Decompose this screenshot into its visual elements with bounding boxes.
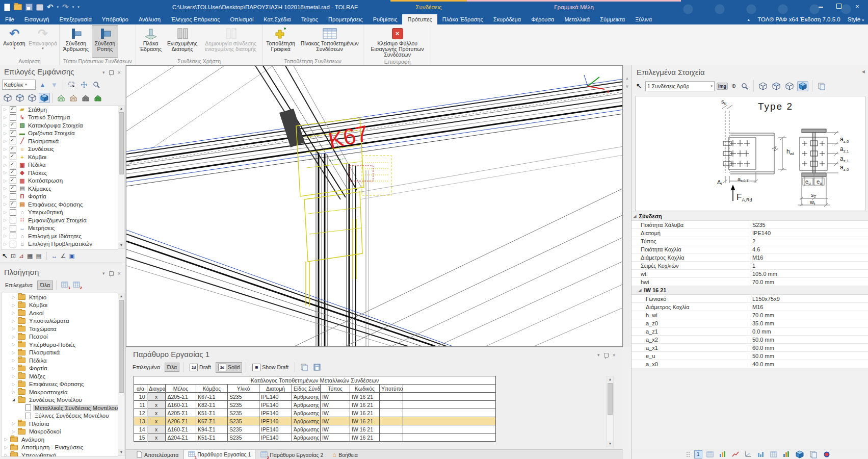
property-row-0-7[interactable]: hwi70.0 mm — [632, 278, 868, 286]
nav-item-2[interactable]: ▷Δοκοί — [2, 309, 118, 317]
panel-menu-icon[interactable]: ▾ — [597, 352, 600, 358]
expander-icon[interactable]: ▷ — [4, 437, 8, 442]
select-poly-icon[interactable]: ⊿ — [19, 252, 24, 260]
sheet-1-badge[interactable]: 1 — [694, 450, 702, 458]
nav-item-14[interactable]: Μεταλλικές Συνδέσεις Μοντέλου — [2, 404, 118, 412]
sheet-2-icon[interactable]: 2 — [71, 281, 82, 289]
viewport-scroll-strip[interactable]: ∧ ∨ — [623, 65, 631, 347]
minimize-button[interactable] — [815, 3, 826, 11]
cube-tool-icon[interactable] — [794, 449, 805, 459]
property-row-0-6[interactable]: wt105.0 mm — [632, 270, 868, 278]
display-option-5[interactable]: ▷≡Συνδέσεις — [2, 145, 118, 154]
view-wireframe-icon[interactable] — [757, 81, 769, 91]
model-viewport[interactable]: K67 x — [126, 65, 623, 347]
nav-item-10[interactable]: ▷Μάζες — [2, 372, 118, 380]
property-row-1-5[interactable]: a_x250.0 mm — [632, 336, 868, 344]
display-option-13[interactable]: ▷⌂Υπερωθητική — [2, 209, 118, 217]
new-file-icon[interactable] — [4, 4, 10, 11]
expander-icon[interactable]: ▷ — [11, 358, 16, 363]
checkbox[interactable] — [10, 169, 16, 176]
save-table-icon[interactable] — [312, 363, 322, 372]
filter-selected-button[interactable]: Επιλεγμένα — [2, 280, 36, 290]
table-row[interactable]: 10xΔ205-Σ1K67-Σ1S235IPE140ΆρθρωσηςIWIW 1… — [134, 393, 496, 401]
menu-tab-17[interactable]: Ξύλινα — [630, 14, 657, 24]
view-wireframe-icon[interactable] — [2, 93, 13, 103]
element-info-icon[interactable]: ▣ — [69, 252, 74, 260]
property-row-1-7[interactable]: e_u50.0 mm — [632, 352, 868, 360]
expander-icon[interactable]: ▷ — [3, 163, 8, 167]
expander-icon[interactable]: ▷ — [3, 186, 8, 191]
pan-icon[interactable] — [79, 80, 89, 89]
reinforced-section-button[interactable]: Ενισχυμένης Διατομής — [165, 25, 200, 58]
display-option-15[interactable]: ▷↔Μετρήσεις — [2, 224, 118, 233]
select-table-icon[interactable]: ▦ — [27, 252, 33, 260]
collapse-panel-icon[interactable]: ◀ — [862, 69, 865, 74]
filter-all-button[interactable]: Όλα — [165, 363, 179, 372]
property-section-1[interactable]: ◢IW 16 21 — [632, 286, 868, 295]
zoom-window-icon[interactable] — [740, 82, 750, 91]
copy-tool-icon[interactable] — [808, 449, 819, 459]
expander-icon[interactable]: ◢ — [11, 398, 16, 402]
view-hidden-line-icon[interactable] — [14, 93, 25, 103]
checkbox[interactable] — [10, 154, 16, 160]
nav-item-20[interactable]: ▷Υπερωθητική — [2, 451, 118, 457]
select-props-icon[interactable]: ▤ — [36, 252, 41, 260]
expander-icon[interactable]: ▷ — [11, 335, 16, 339]
property-row-1-8[interactable]: a_x040.0 mm — [632, 360, 868, 368]
view-solid-icon[interactable] — [39, 93, 50, 103]
view-hidden-line-icon[interactable] — [771, 81, 782, 91]
filter-selected-button[interactable]: Επιλεγμένα — [130, 363, 163, 372]
nav-item-12[interactable]: ▷Μακροστοιχεία — [2, 388, 118, 396]
expander-icon[interactable]: ▷ — [3, 210, 8, 215]
nav-item-5[interactable]: ▷Πεσσοί — [2, 333, 118, 341]
scroll-up-icon[interactable]: ∧ — [626, 76, 629, 81]
table-row[interactable]: 12xΔ205-Σ1K51-Σ1S235IPE140ΆρθρωσηςIWIW 1… — [134, 409, 496, 417]
checkbox[interactable] — [10, 130, 16, 137]
property-row-0-4[interactable]: Διάμετρος ΚοχλίαM16 — [632, 253, 868, 262]
customize-quick-access-icon[interactable]: ▾ — [77, 5, 80, 9]
menu-tab-15[interactable]: Μεταλλικά — [559, 14, 595, 24]
measure-icon[interactable]: ↔ — [51, 252, 58, 260]
nav-item-11[interactable]: ▷Επιφάνειες Φόρτισης — [2, 380, 118, 389]
table-scrollbar[interactable]: ▲ ▼ — [607, 376, 614, 447]
nav-item-1[interactable]: ▷Κόμβοι — [2, 301, 118, 310]
display-option-14[interactable]: ▷∷Εμφανιζόμενα Στοιχεία — [2, 216, 118, 224]
table-tool-icon[interactable] — [705, 450, 715, 458]
copy-image-icon[interactable] — [816, 81, 827, 91]
save-icon[interactable] — [25, 4, 33, 11]
expander-icon[interactable]: ▷ — [11, 429, 16, 434]
nav-item-6[interactable]: ▷Υπέρθυρα-Ποδιές — [2, 341, 118, 349]
menu-tab-16[interactable]: Σύμμεικτα — [595, 14, 630, 24]
checkbox[interactable] — [10, 162, 16, 168]
checkbox[interactable] — [10, 138, 16, 144]
bottom-tab-3[interactable]: ⌂Βοήθεια — [328, 450, 361, 459]
show-draft-button[interactable]: ▦Show Draft — [250, 362, 291, 373]
filter-all-button[interactable]: Όλα — [37, 280, 53, 290]
expander-icon[interactable]: ▷ — [3, 202, 8, 207]
property-row-0-0[interactable]: Ποιότητα ΧάλυβαS235 — [632, 221, 868, 229]
line-chart-icon[interactable] — [730, 450, 741, 458]
display-option-11[interactable]: ▷ΠΦορτία — [2, 193, 118, 201]
undo-menu-caret[interactable]: ▾ — [57, 5, 59, 9]
collapse-icon[interactable]: ◢ — [639, 288, 641, 292]
select-rect-icon[interactable]: ⊡ — [11, 252, 16, 260]
menu-tab-2[interactable]: Επεξεργασία — [54, 14, 96, 24]
display-option-8[interactable]: ▷◈Πλάκες — [2, 169, 118, 177]
place-graphically-button[interactable]: Τοποθέτηση Γραφικά — [265, 25, 297, 58]
nav-item-0[interactable]: ▷Κτήριο — [2, 293, 118, 301]
bottom-tab-0[interactable]: Αποτελέσματα — [132, 450, 182, 459]
select-add-icon[interactable]: ↖ — [2, 252, 8, 260]
moment-connection-button[interactable]: Σύνδεση Ροπής — [92, 25, 118, 58]
display-option-7[interactable]: ▷▣Πέδιλα — [2, 161, 118, 169]
panel-menu-icon[interactable]: ▾ — [102, 271, 105, 276]
nav-item-15[interactable]: Ξύλινες Συνδέσεις Μοντέλου — [2, 412, 118, 420]
property-row-0-1[interactable]: ΔιατομήIPE140 — [632, 229, 868, 237]
checkbox[interactable] — [10, 201, 16, 208]
undo-icon[interactable]: ↶ — [47, 4, 54, 11]
nav-item-9[interactable]: ▷Φορτία — [2, 365, 118, 373]
expander-icon[interactable]: ▷ — [3, 218, 8, 222]
undo-button[interactable]: ↶Αναίρεση▾ — [2, 25, 27, 58]
display-option-4[interactable]: ▷╱Πλασματικά — [2, 137, 118, 145]
checkbox[interactable] — [10, 185, 16, 192]
delete-row-button[interactable]: x — [147, 393, 166, 401]
